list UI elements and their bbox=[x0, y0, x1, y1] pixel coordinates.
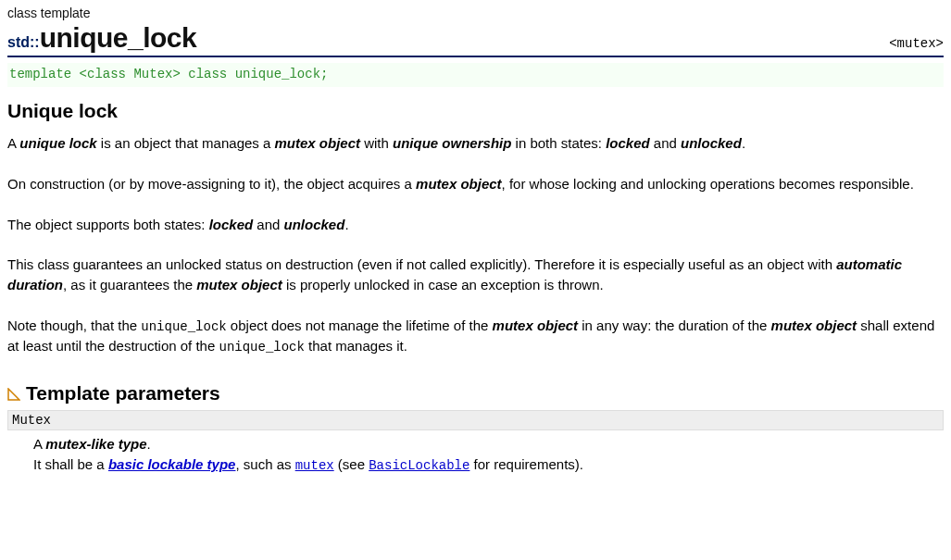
template-param-name: Mutex bbox=[7, 410, 944, 430]
template-param-description: A mutex-like type. It shall be a basic l… bbox=[7, 434, 944, 475]
code-unique-lock: unique_lock bbox=[219, 340, 304, 355]
term-unlocked: unlocked bbox=[284, 217, 345, 232]
text-run: in both states: bbox=[511, 135, 606, 151]
term-mutex-object: mutex object bbox=[416, 176, 502, 192]
text-run: object does not manage the lifetime of t… bbox=[227, 317, 493, 333]
heading-text: Template parameters bbox=[26, 382, 220, 404]
text-run: It shall be a bbox=[33, 456, 108, 472]
term-mutex-object: mutex object bbox=[196, 277, 282, 292]
text-run: and bbox=[253, 217, 283, 232]
text-run: A bbox=[7, 135, 19, 151]
text-run: in any way: the duration of the bbox=[578, 317, 770, 333]
header-include-tag: <mutex> bbox=[889, 36, 944, 51]
triangle-icon bbox=[7, 383, 20, 405]
term-mutex-object: mutex object bbox=[771, 317, 857, 333]
text-run: . bbox=[147, 436, 151, 452]
term-mutex-object: mutex object bbox=[493, 317, 579, 333]
description-paragraph-2: On construction (or by move-assigning to… bbox=[7, 174, 944, 194]
link-basic-lockable-type[interactable]: basic lockable type bbox=[108, 456, 236, 472]
text-run: . bbox=[344, 217, 348, 232]
title-left: std::unique_lock bbox=[7, 22, 196, 54]
text-run: A bbox=[33, 436, 45, 452]
text-run: is properly unlocked in case an exceptio… bbox=[282, 277, 604, 292]
title-row: std::unique_lock <mutex> bbox=[7, 22, 944, 57]
description-paragraph-5: Note though, that the unique_lock object… bbox=[7, 316, 944, 357]
term-mutex-like-type: mutex-like type bbox=[45, 436, 146, 452]
term-locked: locked bbox=[209, 217, 254, 232]
text-run: for requirements). bbox=[469, 456, 583, 472]
code-unique-lock: unique_lock bbox=[141, 319, 226, 334]
text-run: , such as bbox=[235, 456, 294, 472]
text-run: . bbox=[742, 135, 745, 151]
description-paragraph-4: This class guarantees an unlocked status… bbox=[7, 255, 944, 295]
text-run: with bbox=[360, 135, 393, 151]
link-mutex[interactable]: mutex bbox=[295, 458, 334, 473]
term-unique-lock: unique lock bbox=[19, 135, 96, 151]
namespace-prefix: std:: bbox=[7, 34, 40, 51]
entity-kind: class template bbox=[7, 6, 944, 20]
term-locked: locked bbox=[606, 135, 650, 151]
text-run: This class guarantees an unlocked status… bbox=[7, 256, 836, 272]
page-title: unique_lock bbox=[40, 22, 197, 54]
text-run: , as it guarantees the bbox=[63, 277, 196, 292]
description-paragraph-3: The object supports both states: locked … bbox=[7, 215, 944, 235]
section-heading-description: Unique lock bbox=[7, 100, 944, 122]
text-run: that manages it. bbox=[305, 338, 407, 354]
svg-marker-0 bbox=[8, 389, 19, 400]
link-basiclockable[interactable]: BasicLockable bbox=[369, 458, 469, 473]
text-run: , for whose locking and unlocking operat… bbox=[502, 176, 914, 192]
text-run: and bbox=[650, 135, 681, 151]
section-heading-template-parameters: Template parameters bbox=[7, 382, 944, 404]
term-mutex-object: mutex object bbox=[275, 135, 361, 151]
text-run: is an object that manages a bbox=[97, 135, 275, 151]
description-paragraph-1: A unique lock is an object that manages … bbox=[7, 133, 944, 154]
template-signature: template <class Mutex> class unique_lock… bbox=[7, 63, 944, 87]
term-unique-ownership: unique ownership bbox=[393, 135, 511, 151]
text-run: On construction (or by move-assigning to… bbox=[7, 176, 416, 192]
text-run: Note though, that the bbox=[7, 317, 141, 333]
text-run: (see bbox=[334, 456, 369, 472]
term-unlocked: unlocked bbox=[681, 135, 742, 151]
text-run: The object supports both states: bbox=[7, 217, 209, 232]
